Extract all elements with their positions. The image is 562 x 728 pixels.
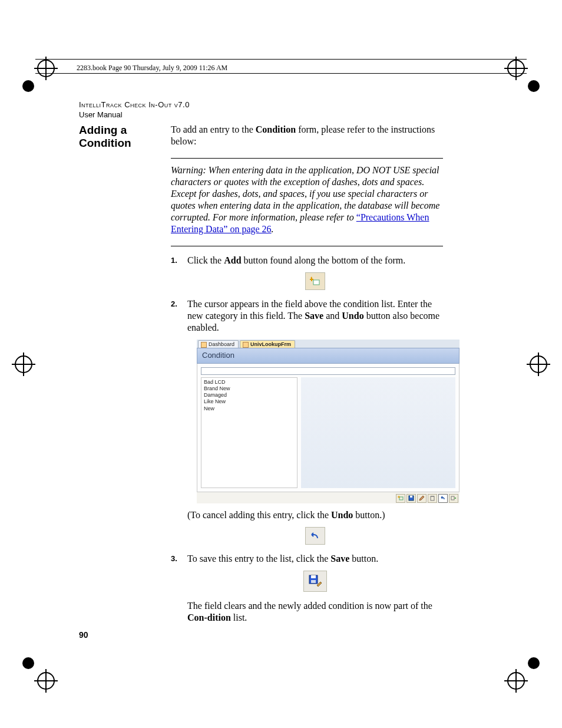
svg-point-4 <box>528 80 540 92</box>
tab-univlookupfrm[interactable]: UnivLookupFrm <box>240 340 295 348</box>
svg-point-13 <box>508 673 524 689</box>
rule <box>35 59 527 60</box>
crop-mark-icon <box>12 57 59 104</box>
close-button[interactable] <box>449 494 458 503</box>
svg-point-5 <box>508 60 524 77</box>
svg-rect-26 <box>431 496 434 500</box>
tab-dashboard[interactable]: Dashboard <box>198 340 239 348</box>
undo-button[interactable] <box>438 494 448 503</box>
svg-rect-23 <box>399 497 403 500</box>
crop-mark-icon <box>503 57 550 104</box>
svg-rect-25 <box>410 496 412 498</box>
running-header: IntelliTrack Check In-Out v7.0 User Manu… <box>79 100 190 120</box>
condition-input[interactable] <box>201 367 455 375</box>
svg-point-12 <box>528 657 540 669</box>
undo-button-icon <box>305 527 325 545</box>
crop-mark-icon <box>12 353 35 376</box>
form-detail-area <box>301 377 455 488</box>
product-name: IntelliTrack Check In-Out v7.0 <box>79 100 190 110</box>
condition-form-screenshot: Dashboard UnivLookupFrm Condition Bad LC… <box>197 340 459 503</box>
list-item[interactable]: New <box>204 406 295 412</box>
step-1: Click the Add button found along the bot… <box>171 255 443 290</box>
save-button[interactable] <box>406 494 416 503</box>
crop-mark-icon <box>527 353 550 376</box>
svg-point-8 <box>22 657 34 669</box>
rule <box>171 158 443 159</box>
step-3-result: The field clears and the newly added con… <box>187 600 443 624</box>
svg-rect-22 <box>313 280 319 285</box>
svg-point-9 <box>38 673 54 689</box>
edit-button[interactable] <box>417 494 427 503</box>
svg-point-1 <box>38 60 54 77</box>
svg-rect-30 <box>311 575 316 578</box>
cancel-note: (To cancel adding this entry, click the … <box>187 509 443 521</box>
svg-point-16 <box>15 356 32 373</box>
step-2: The cursor appears in the field above th… <box>171 298 443 545</box>
add-button-icon <box>305 272 325 290</box>
svg-point-19 <box>530 356 547 373</box>
intro-paragraph: To add an entry to the Condition form, p… <box>171 124 443 147</box>
list-item[interactable]: Damaged <box>204 392 295 398</box>
list-item[interactable]: Like New <box>204 398 295 405</box>
doc-type: User Manual <box>79 110 190 120</box>
crop-mark-icon <box>503 645 550 693</box>
book-info: 2283.book Page 90 Thursday, July 9, 2009… <box>77 64 227 73</box>
warning-paragraph: Warning: When entering data in the appli… <box>171 164 443 235</box>
add-button[interactable] <box>396 494 405 503</box>
condition-list[interactable]: Bad LCD Brand New Damaged Like New New <box>201 377 297 488</box>
list-item[interactable]: Bad LCD <box>204 379 295 386</box>
step-3: To save this entry to the list, click th… <box>171 553 443 624</box>
save-button-icon <box>303 571 327 592</box>
delete-button[interactable] <box>428 494 437 503</box>
list-item[interactable]: Brand New <box>204 386 295 392</box>
svg-rect-31 <box>311 580 316 583</box>
form-title: Condition <box>197 348 459 363</box>
form-icon <box>201 342 207 348</box>
section-title: Adding a Condition <box>79 124 161 150</box>
crop-mark-icon <box>12 645 59 693</box>
rule <box>35 73 527 74</box>
page-number: 90 <box>79 630 88 640</box>
svg-rect-28 <box>451 496 454 500</box>
svg-point-0 <box>22 80 34 92</box>
rule <box>171 246 443 246</box>
form-icon <box>243 342 249 348</box>
